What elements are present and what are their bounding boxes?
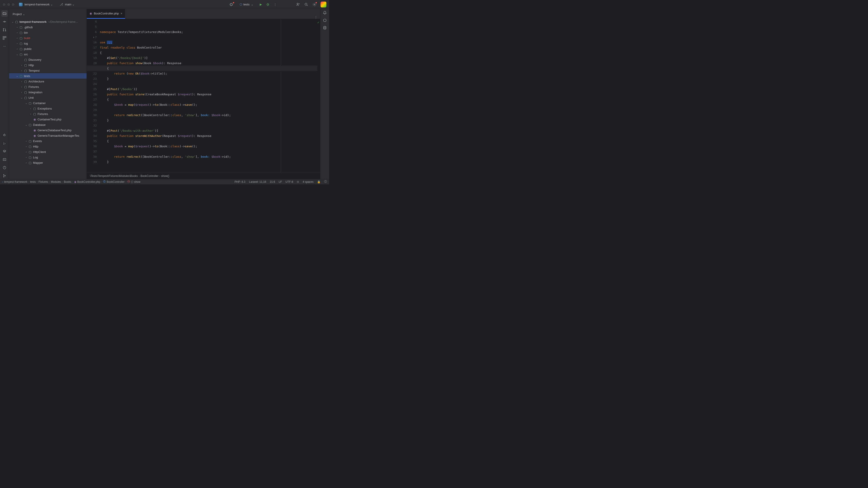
path-segment[interactable]: BookController.php	[77, 180, 100, 184]
tree-item-tests[interactable]: ▢tests	[9, 73, 87, 78]
close-window[interactable]	[3, 3, 5, 6]
status-indent[interactable]: 4 spaces	[303, 180, 313, 184]
commit-tool-button[interactable]	[1, 19, 8, 25]
more-actions[interactable]: ⋮	[274, 3, 277, 6]
svg-rect-9	[3, 36, 4, 37]
reader-mode-icon[interactable]: ⊙	[297, 180, 299, 184]
tree-item-discovery[interactable]: ▢Discovery	[9, 57, 87, 62]
project-name: tempest-framework	[24, 3, 50, 6]
tree-item-src[interactable]: ▢src	[9, 52, 87, 57]
status-caret-pos[interactable]: 21:6	[270, 180, 275, 184]
editor-more-actions[interactable]: ⋮	[312, 15, 320, 19]
svg-point-5	[4, 21, 5, 22]
editor-area: ◉ BookController.php × ⋮ ✓ 456›716171819…	[87, 9, 320, 179]
debug-button[interactable]	[266, 3, 270, 6]
path-segment[interactable]: Modules	[51, 180, 61, 184]
tree-item-database[interactable]: ▢Database	[9, 122, 87, 127]
tree-item-bin[interactable]: ▢bin	[9, 30, 87, 35]
debug-tool-button[interactable]	[1, 132, 8, 138]
close-icon[interactable]: ×	[121, 12, 123, 15]
svg-point-8	[5, 31, 6, 31]
svg-point-15	[3, 174, 4, 175]
tree-item-tempest[interactable]: ▢Tempest	[9, 68, 87, 73]
status-laravel[interactable]: Laravel: 11.16	[249, 180, 266, 184]
tree-item-events[interactable]: ▢Events	[9, 138, 87, 144]
database-button[interactable]	[323, 26, 327, 31]
status-line-sep[interactable]: LF	[279, 180, 282, 184]
run-button[interactable]: ▶	[260, 3, 262, 6]
chevron-right-icon: ›	[138, 174, 140, 177]
tree-item-genericdatabasetest-php[interactable]: ◉GenericDatabaseTest.php	[9, 127, 87, 133]
zoom-window[interactable]	[12, 3, 14, 6]
tree-item-log[interactable]: ▢log	[9, 41, 87, 46]
method-icon: ⓜ	[127, 180, 130, 184]
run-tool-button[interactable]: ▷	[1, 140, 8, 147]
crumb[interactable]: BookController	[141, 174, 158, 177]
tree-item-fixtures[interactable]: ▢Fixtures	[9, 111, 87, 117]
path-segment[interactable]: show	[134, 180, 141, 184]
status-bar: ▫ tempest-framework› tests› Fixtures› Mo…	[0, 179, 329, 184]
pull-requests-button[interactable]	[1, 27, 8, 33]
minimize-window[interactable]	[7, 3, 10, 6]
crumb[interactable]: show()	[161, 174, 169, 177]
run-config-dropdown[interactable]: ⬡ tests	[237, 2, 256, 7]
tree-item-fixtures[interactable]: ▢Fixtures	[9, 84, 87, 90]
tree-item-public[interactable]: ▢public	[9, 46, 87, 52]
ide-logo[interactable]	[320, 2, 327, 7]
tree-item-generictransactionmanagertes[interactable]: ◉GenericTransactionManagerTes	[9, 133, 87, 138]
tree-item-build[interactable]: ▢build	[9, 35, 87, 41]
tree-item-integration[interactable]: ▢Integration	[9, 90, 87, 95]
path-segment[interactable]: BookController	[107, 180, 125, 184]
tree-item-architecture[interactable]: ▢Architecture	[9, 78, 87, 84]
tree-item-containertest-php[interactable]: ◉ContainerTest.php	[9, 117, 87, 122]
settings-icon[interactable]	[312, 2, 316, 6]
editor-breadcrumb: \Tests\Tempest\Fixtures\Modules\Books › …	[87, 173, 320, 179]
path-segment[interactable]: Books	[64, 180, 71, 184]
tree-item-http[interactable]: ▢Http	[9, 62, 87, 68]
editor-tab-active[interactable]: ◉ BookController.php ×	[87, 9, 125, 19]
project-tool-button[interactable]	[1, 10, 8, 17]
svg-rect-11	[3, 38, 4, 39]
tree-item-container[interactable]: ▢Container	[9, 100, 87, 106]
tree-item-httpclient[interactable]: ▢HttpClient	[9, 149, 87, 155]
test-bug-icon[interactable]	[229, 2, 233, 6]
svg-point-2	[297, 3, 298, 4]
notifications-button[interactable]	[323, 11, 327, 15]
path-segment[interactable]: tests	[30, 180, 36, 184]
status-encoding[interactable]: UTF-8	[285, 180, 293, 184]
tree-item--github[interactable]: ▢.github	[9, 24, 87, 30]
services-tool-button[interactable]	[1, 148, 8, 155]
tree-item-unit[interactable]: ▢Unit	[9, 95, 87, 100]
problems-tool-button[interactable]	[1, 164, 8, 171]
info-icon[interactable]: ⓘ	[324, 180, 327, 184]
project-dropdown[interactable]: tempest-framework	[24, 3, 53, 6]
project-panel-header[interactable]: Project	[9, 9, 87, 19]
crumb[interactable]: \Tests\Tempest\Fixtures\Modules\Books	[90, 174, 138, 177]
project-tree[interactable]: ▢tempest-framework~/Dev/tempest-frame…▢.…	[9, 19, 87, 179]
tree-item-http[interactable]: ▢Http	[9, 144, 87, 149]
vcs-tool-button[interactable]	[1, 173, 8, 179]
code-container[interactable]: ✓ 456›7161718192021222324252627282930313…	[87, 19, 320, 173]
tree-item-log[interactable]: ▢Log	[9, 155, 87, 160]
terminal-tool-button[interactable]	[1, 156, 8, 163]
git-branch-dropdown[interactable]: main	[60, 3, 74, 6]
search-icon[interactable]	[304, 2, 308, 6]
line-gutter[interactable]: 456›716171819202122232425262728293031323…	[87, 19, 100, 173]
chevron-down-icon	[51, 3, 53, 6]
lock-icon[interactable]: 🔒	[317, 180, 320, 184]
branch-name: main	[65, 3, 71, 6]
code-content: namespace Tests\Tempest\Fixtures\Modules…	[100, 24, 320, 164]
path-segment[interactable]: tempest-framework	[4, 180, 27, 184]
status-php[interactable]: PHP: 8.3	[235, 180, 246, 184]
collab-icon[interactable]	[296, 2, 300, 6]
svg-point-12	[4, 134, 5, 136]
structure-tool-button[interactable]	[1, 35, 8, 41]
tree-item-exceptions[interactable]: ▢Exceptions	[9, 106, 87, 111]
tree-root[interactable]: ▢tempest-framework~/Dev/tempest-frame…	[9, 19, 87, 24]
run-config-label: tests	[243, 3, 250, 6]
ai-assistant-button[interactable]	[323, 18, 327, 23]
more-tools-button[interactable]: ⋯	[1, 43, 8, 49]
tree-item-mapper[interactable]: ▢Mapper	[9, 160, 87, 165]
code-editor[interactable]: namespace Tests\Tempest\Fixtures\Modules…	[100, 19, 320, 173]
path-segment[interactable]: Fixtures	[38, 180, 48, 184]
